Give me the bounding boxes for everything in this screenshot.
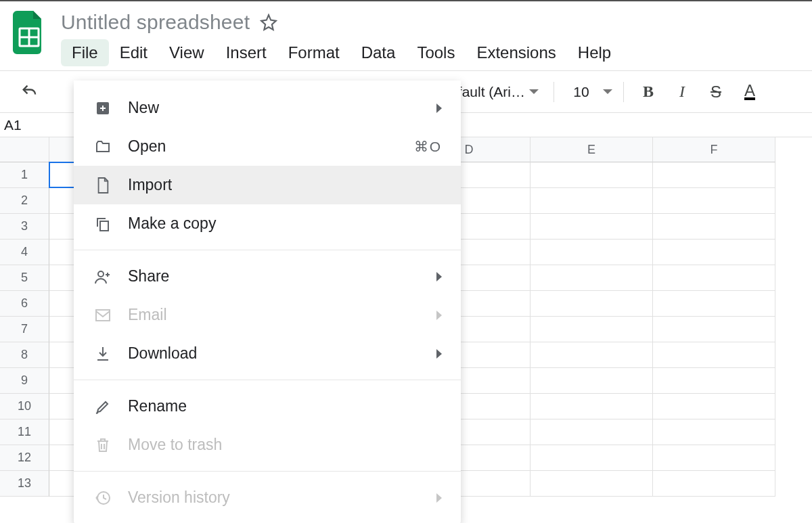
submenu-caret-icon — [436, 349, 442, 359]
file-menu-dropdown: NewOpen⌘OImportMake a copyShareEmailDown… — [74, 81, 461, 523]
header-main: Untitled spreadsheet FileEditViewInsertF… — [61, 8, 622, 66]
sheets-logo[interactable] — [11, 8, 47, 57]
row-header[interactable]: 10 — [0, 394, 49, 419]
svg-point-5 — [98, 271, 104, 277]
row-header[interactable]: 13 — [0, 471, 49, 497]
row-header[interactable]: 8 — [0, 342, 49, 368]
cell[interactable] — [653, 317, 775, 342]
cell[interactable] — [531, 162, 653, 188]
menu-tools[interactable]: Tools — [406, 39, 466, 66]
cell[interactable] — [531, 419, 653, 445]
star-icon[interactable] — [259, 13, 278, 32]
menubar: FileEditViewInsertFormatDataToolsExtensi… — [61, 39, 622, 66]
document-icon — [93, 175, 113, 196]
chevron-down-icon — [529, 89, 539, 94]
cell[interactable] — [653, 368, 775, 394]
cell[interactable] — [653, 419, 775, 445]
cell[interactable] — [653, 214, 775, 240]
row-header[interactable]: 12 — [0, 445, 49, 471]
menu-item-label: Rename — [128, 397, 187, 415]
submenu-caret-icon — [436, 104, 442, 113]
row-header[interactable]: 5 — [0, 265, 49, 291]
svg-rect-4 — [100, 221, 108, 231]
column-header[interactable]: F — [653, 137, 775, 162]
row-header[interactable]: 4 — [0, 240, 49, 265]
menu-separator — [74, 380, 461, 380]
cell[interactable] — [531, 240, 653, 265]
submenu-caret-icon — [436, 272, 442, 281]
cell[interactable] — [653, 291, 775, 317]
pencil-icon — [93, 396, 113, 417]
select-all-corner[interactable] — [0, 137, 49, 162]
row-header[interactable]: 3 — [0, 214, 49, 240]
cell[interactable] — [531, 368, 653, 394]
menu-view[interactable]: View — [158, 39, 215, 66]
row-header[interactable]: 7 — [0, 317, 49, 342]
download-icon — [93, 344, 113, 364]
file-menu-rename[interactable]: Rename — [74, 387, 461, 426]
file-menu-email: Email — [74, 296, 461, 334]
file-menu-open[interactable]: Open⌘O — [74, 127, 461, 166]
menu-separator — [74, 471, 461, 472]
file-menu-share[interactable]: Share — [74, 257, 461, 296]
cell[interactable] — [653, 342, 775, 368]
file-menu-download[interactable]: Download — [74, 334, 461, 373]
cell[interactable] — [531, 188, 653, 214]
italic-button[interactable]: I — [669, 78, 696, 106]
menu-insert[interactable]: Insert — [215, 39, 277, 66]
cell[interactable] — [531, 291, 653, 317]
copy-icon — [93, 214, 113, 234]
row-header[interactable]: 9 — [0, 368, 49, 394]
menu-data[interactable]: Data — [351, 39, 407, 66]
row-header[interactable]: 2 — [0, 188, 49, 214]
text-color-button[interactable]: A — [736, 78, 763, 106]
row-header[interactable]: 6 — [0, 291, 49, 317]
toolbar-separator — [554, 82, 554, 102]
file-menu-make-a-copy[interactable]: Make a copy — [74, 204, 461, 243]
cell[interactable] — [653, 162, 775, 188]
strikethrough-button[interactable]: S — [702, 78, 729, 106]
cell[interactable] — [653, 188, 775, 214]
cell[interactable] — [531, 265, 653, 291]
row-headers: 12345678910111213 — [0, 162, 49, 497]
cell[interactable] — [653, 471, 775, 497]
cell[interactable] — [531, 342, 653, 368]
cell[interactable] — [653, 445, 775, 471]
menu-file[interactable]: File — [61, 39, 109, 66]
file-menu-new[interactable]: New — [74, 89, 461, 127]
cell[interactable] — [531, 445, 653, 471]
menu-item-label: Share — [128, 267, 169, 286]
header: Untitled spreadsheet FileEditViewInsertF… — [0, 1, 812, 66]
cell[interactable] — [531, 317, 653, 342]
document-title[interactable]: Untitled spreadsheet — [61, 11, 250, 34]
person-plus-icon — [93, 267, 113, 287]
menu-item-label: Open — [128, 137, 166, 156]
column-header[interactable]: E — [531, 137, 653, 162]
bold-button[interactable]: B — [635, 78, 662, 106]
menu-edit[interactable]: Edit — [109, 39, 158, 66]
font-size-value: 10 — [565, 84, 597, 100]
menu-help[interactable]: Help — [567, 39, 622, 66]
cell[interactable] — [653, 265, 775, 291]
menu-item-label: Make a copy — [128, 214, 216, 233]
menu-item-label: Email — [128, 306, 167, 324]
file-menu-move-to-trash: Move to trash — [74, 426, 461, 464]
svg-rect-6 — [96, 310, 110, 321]
cell[interactable] — [653, 240, 775, 265]
menu-format[interactable]: Format — [277, 39, 351, 66]
undo-button[interactable] — [16, 78, 43, 106]
toolbar-separator — [623, 82, 624, 102]
menu-item-label: New — [128, 99, 159, 117]
row-header[interactable]: 11 — [0, 419, 49, 445]
menu-extensions[interactable]: Extensions — [466, 39, 566, 66]
cell[interactable] — [531, 471, 653, 497]
cell[interactable] — [531, 214, 653, 240]
cell[interactable] — [653, 394, 775, 419]
menu-item-label: Download — [128, 344, 197, 363]
file-menu-import[interactable]: Import — [74, 166, 461, 204]
menu-item-label: Version history — [128, 488, 230, 507]
font-size-selector[interactable]: 10 — [565, 84, 612, 100]
row-header[interactable]: 1 — [0, 162, 49, 188]
name-box[interactable] — [0, 114, 51, 136]
cell[interactable] — [531, 394, 653, 419]
